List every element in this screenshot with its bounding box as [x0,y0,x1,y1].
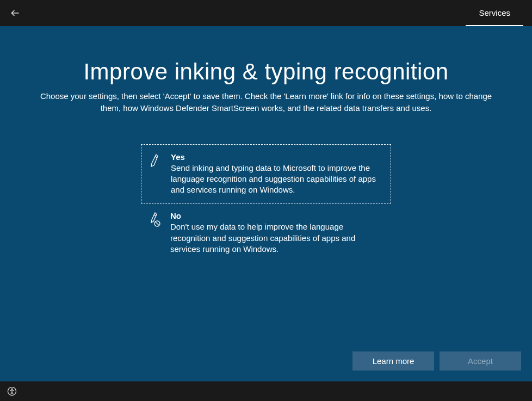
accessibility-button[interactable] [7,386,17,397]
option-no-title: No [170,211,383,220]
tab-services[interactable]: Services [466,0,523,26]
accept-button[interactable]: Accept [440,351,521,371]
option-no-content: No Don't use my data to help improve the… [170,211,383,255]
option-yes-desc: Send inking and typing data to Microsoft… [171,163,383,196]
svg-point-6 [11,388,13,390]
pen-icon [149,153,161,196]
back-button[interactable] [9,7,22,20]
pen-blocked-icon [149,212,160,255]
accessibility-icon [7,386,17,396]
option-no-desc: Don't use my data to help improve the la… [170,221,383,255]
back-arrow-icon [10,8,21,18]
learn-more-button[interactable]: Learn more [352,351,434,371]
tab-container: Services [466,0,523,26]
page-description: Choose your settings, then select 'Accep… [29,90,503,114]
option-no[interactable]: No Don't use my data to help improve the… [141,203,391,262]
action-bar: Learn more Accept [352,351,521,371]
tab-services-label: Services [479,8,510,17]
header-bar: Services [0,0,532,26]
options-container: Yes Send inking and typing data to Micro… [141,144,391,263]
option-yes-title: Yes [171,152,383,162]
footer-bar [0,381,532,401]
option-yes[interactable]: Yes Send inking and typing data to Micro… [141,144,391,204]
main-content: Improve inking & typing recognition Choo… [0,26,532,381]
option-yes-content: Yes Send inking and typing data to Micro… [171,152,383,196]
page-title: Improve inking & typing recognition [83,59,448,85]
